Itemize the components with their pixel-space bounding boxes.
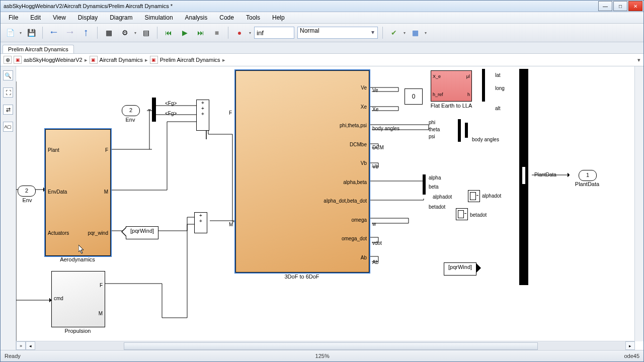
menu-help[interactable]: Help [267,13,290,22]
workspace: 🔍 ⛶ ⇄ A▢ [1,66,643,350]
3dof-out-ab2: Ab [361,255,367,260]
run-button[interactable]: ▶ [178,26,191,39]
breadcrumb-root[interactable]: asbSkyHoggWebinarV2 [24,57,83,63]
block-propulsion[interactable]: cmd F M [51,271,105,327]
save-button[interactable]: 💾 [25,26,38,39]
bus-label-ve: Ve [372,87,378,93]
breadcrumb-2[interactable]: Prelim Aircraft Dynamics [160,57,220,63]
minimize-button[interactable]: — [598,1,612,11]
menu-code[interactable]: Code [214,13,239,22]
separator [382,27,383,39]
up-button[interactable]: ⭡ [79,26,93,39]
horizontal-scrollbar[interactable]: » ◂ ▸ [16,341,635,350]
scroll-right-button[interactable]: ▸ [625,341,635,350]
separator [157,27,157,39]
stop-time-input[interactable] [254,27,294,39]
vertical-scrollbar[interactable] [634,66,643,341]
hide-nav-button[interactable]: ⊕ [4,56,12,64]
menu-analysis[interactable]: Analysis [180,13,213,22]
inport-2-dup[interactable]: 2 [122,105,140,116]
inport-number: 2 [129,107,132,113]
menu-simulation[interactable]: Simulation [140,13,178,22]
constant-value: 0 [412,93,416,100]
close-button[interactable]: ✕ [628,1,642,11]
menu-display[interactable]: Display [73,13,103,22]
build-button[interactable]: ▦ [409,26,422,39]
mux-angles-in[interactable] [458,119,461,142]
menu-bar: File Edit View Display Diagram Simulatio… [1,12,643,24]
sample-time-button[interactable]: ⇄ [3,105,13,115]
subsystem-icon: ▣ [90,56,98,64]
toolbar: 📄 ▾ 💾 ⭠ ⭢ ⭡ ▦ ⚙ ▾ ▤ ⏮ ▶ ⏭ ■ ● ▾ Normal ✔… [1,24,643,42]
status-left: Ready [5,353,21,359]
selector-betadot[interactable] [456,208,468,220]
mux-angles-out[interactable] [465,123,468,138]
3dof-out-xe: Xe [361,104,367,110]
record-button[interactable]: ● [233,26,246,39]
sum-forces[interactable]: +++ [196,100,209,131]
block-3dof-6dof[interactable]: F M Ve Xe phi,theta,psi DCMbe Vb alpha,b… [235,70,369,273]
breadcrumb-1[interactable]: Aircraft Dynamics [100,57,143,63]
flat-earth-label: Flat Earth to LLA [424,103,479,109]
scroll-thumb[interactable] [124,342,538,350]
block-flat-earth-lla[interactable]: X_e h_ref μl h [431,70,472,102]
scroll-expand-button[interactable]: » [16,341,26,350]
bus-selector-fg[interactable] [152,98,156,122]
menu-file[interactable]: File [4,13,23,22]
from-pqrwind[interactable]: [pqrWind] [126,226,158,239]
outport-plantdata[interactable]: 1 [579,170,597,181]
window-title: asbSkyHoggWebinarV2/Aircraft Dynamics/Pr… [2,3,598,9]
model-canvas[interactable]: 2 Env Plant EnvData Actuators F M pqr_wi… [16,66,643,348]
menu-diagram[interactable]: Diagram [105,13,137,22]
aero-out-pqrwind: pqr_wind [88,230,108,236]
model-explorer-button[interactable]: ▤ [139,26,152,39]
step-forward-button[interactable]: ⏭ [194,26,207,39]
annotation-button[interactable]: A▢ [3,122,13,132]
beta-label: beta [429,184,438,190]
inport-env[interactable]: 2 [18,186,36,197]
back-button[interactable]: ⭠ [47,26,60,39]
breadcrumb-dropdown[interactable]: ▾ [637,57,640,63]
constant-zero[interactable]: 0 [405,88,423,105]
menu-view[interactable]: View [48,13,71,22]
block-aerodynamics[interactable]: Plant EnvData Actuators F M pqr_wind [45,129,111,256]
inport-number: 2 [25,188,28,194]
model-tab[interactable]: Prelim Aircraft Dynamics [3,45,74,53]
maximize-button[interactable]: □ [613,1,627,11]
sim-mode-label: Normal [300,27,319,34]
model-config-button[interactable]: ⚙ [118,26,131,39]
scroll-left-button[interactable]: ◂ [26,341,35,350]
selector-alphadot[interactable] [468,190,480,202]
lla-long: long [495,85,505,91]
separator [228,27,228,39]
canvas-area[interactable]: 2 Env Plant EnvData Actuators F M pqr_wi… [16,66,643,350]
goto-pqrwind[interactable]: [pqrWind] [444,262,476,276]
3dof-out-omega: omega [351,217,367,223]
from-tag-label: [pqrWind] [130,228,154,234]
fit-view-button[interactable]: ⛶ [3,87,13,98]
scroll-track[interactable] [35,342,625,349]
ang-phi: phi [429,120,435,125]
3dof-out-vb: Vb [361,160,367,166]
window-buttons: — □ ✕ [598,1,642,11]
stop-button[interactable]: ■ [210,26,223,39]
step-back-button[interactable]: ⏮ [162,26,175,39]
menu-tools[interactable]: Tools [241,13,265,22]
update-diagram-button[interactable]: ✔ [387,26,400,39]
sim-mode-select[interactable]: Normal [297,27,378,39]
demux-alphabeta[interactable] [423,174,426,195]
bus-label-bang: body angles [372,126,399,131]
bus-label-vdot: vdot [372,240,382,246]
new-model-button[interactable]: 📄 [4,26,17,39]
status-solver[interactable]: ode45 [624,353,639,359]
fe-out-mul: μl [466,74,470,79]
subsystem-icon: ▣ [150,56,158,64]
forward-button[interactable]: ⭢ [63,26,76,39]
demux-lla[interactable] [482,69,485,102]
library-browser-button[interactable]: ▦ [102,26,115,39]
zoom-tool-button[interactable]: 🔍 [3,70,13,80]
inport-2-dup-label: Env [119,117,141,123]
menu-edit[interactable]: Edit [25,13,46,22]
status-zoom[interactable]: 125% [315,353,330,359]
sum-moments[interactable]: ++ [194,212,207,233]
